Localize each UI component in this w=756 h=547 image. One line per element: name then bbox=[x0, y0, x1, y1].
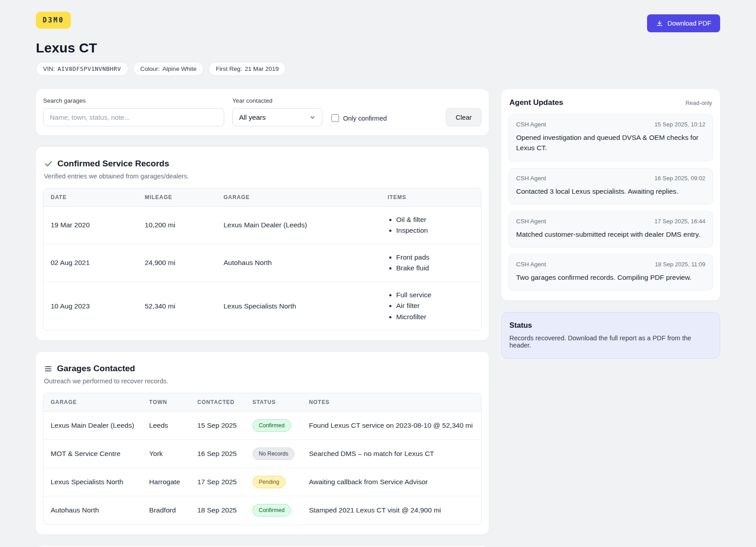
clear-button[interactable]: Clear bbox=[446, 108, 482, 126]
record-item: Brake fluid bbox=[396, 263, 474, 274]
update-author: CSH Agent bbox=[516, 175, 546, 182]
page: D3M0 Download PDF Lexus CT VIN: AIV8DFSP… bbox=[0, 0, 756, 547]
table-row: 19 Mar 2020 10,200 mi Lexus Main Dealer … bbox=[43, 207, 481, 244]
readonly-label: Read-only bbox=[686, 100, 712, 106]
agent-updates-title: Agent Updates bbox=[509, 98, 563, 107]
check-icon bbox=[44, 159, 53, 168]
table-row: Autohaus North Bradford 18 Sep 2025 Conf… bbox=[43, 496, 481, 524]
garage-contacted: 15 Sep 2025 bbox=[190, 412, 245, 440]
first-reg-chip: First Reg: 21 Mar 2019 bbox=[209, 62, 286, 76]
record-items: Front pads Brake fluid bbox=[381, 244, 482, 282]
garages-contacted-table: GARAGE TOWN CONTACTED STATUS NOTES Lexus… bbox=[43, 393, 482, 525]
search-label: Search garages bbox=[43, 97, 224, 104]
only-confirmed-label: Only confirmed bbox=[343, 115, 387, 122]
col-garage: GARAGE bbox=[217, 188, 381, 207]
list-item: CSH Agent 15 Sep 2025, 10:12 Opened inve… bbox=[508, 114, 713, 161]
year-field: Year contacted All years bbox=[232, 97, 322, 126]
record-item: Inspection bbox=[396, 225, 474, 236]
first-reg-value: 21 Mar 2019 bbox=[245, 65, 279, 72]
download-icon bbox=[656, 20, 663, 27]
record-mileage: 10,200 mi bbox=[138, 207, 217, 244]
vin-value: AIV8DFSPV1NVNBHRV bbox=[57, 65, 121, 72]
record-mileage: 52,340 mi bbox=[138, 282, 217, 330]
year-select[interactable]: All years bbox=[232, 108, 322, 126]
record-date: 10 Aug 2023 bbox=[43, 282, 138, 330]
status-badge: Confirmed bbox=[252, 504, 291, 517]
only-confirmed-checkbox[interactable] bbox=[331, 114, 339, 122]
confirmed-records-subtitle: Verified entries we obtained from garage… bbox=[44, 173, 481, 180]
record-garage: Lexus Specialists North bbox=[217, 282, 381, 330]
garage-name: Autohaus North bbox=[43, 496, 142, 524]
table-header-row: GARAGE TOWN CONTACTED STATUS NOTES bbox=[43, 393, 481, 412]
record-items: Full service Air filter Microfilter bbox=[381, 282, 482, 330]
table-header-row: DATE MILEAGE GARAGE ITEMS bbox=[43, 188, 481, 207]
garage-town: York bbox=[142, 440, 190, 468]
update-text: Two garages confirmed records. Compiling… bbox=[516, 272, 705, 282]
year-label: Year contacted bbox=[232, 97, 322, 104]
garage-notes: Found Lexus CT service on 2023-08-10 @ 5… bbox=[302, 412, 481, 440]
record-item: Front pads bbox=[396, 252, 474, 263]
update-author: CSH Agent bbox=[516, 218, 546, 225]
table-row: Lexus Main Dealer (Leeds) Leeds 15 Sep 2… bbox=[43, 412, 481, 440]
vin-chip: VIN: AIV8DFSPV1NVNBHRV bbox=[36, 62, 128, 76]
record-garage: Autohaus North bbox=[217, 244, 381, 282]
table-row: Lexus Specialists North Harrogate 17 Sep… bbox=[43, 468, 481, 496]
garages-contacted-subtitle: Outreach we performed to recover records… bbox=[44, 378, 481, 385]
record-item: Oil & filter bbox=[396, 214, 474, 225]
garage-notes: Awaiting callback from Service Advisor bbox=[302, 468, 481, 496]
record-item: Air filter bbox=[396, 300, 474, 311]
vin-label: VIN: bbox=[43, 65, 55, 72]
garage-name: MOT & Service Centre bbox=[43, 440, 142, 468]
col-items: ITEMS bbox=[381, 188, 482, 207]
search-field: Search garages bbox=[43, 97, 224, 126]
status-panel-title: Status bbox=[509, 321, 712, 330]
colour-label: Colour: bbox=[140, 65, 160, 72]
filter-bar: Search garages Year contacted All years … bbox=[36, 89, 489, 135]
colour-chip: Colour: Alpine White bbox=[133, 62, 204, 76]
garage-notes: Searched DMS – no match for Lexus CT bbox=[302, 440, 481, 468]
garage-name: Lexus Main Dealer (Leeds) bbox=[43, 412, 142, 440]
record-mileage: 24,900 mi bbox=[138, 244, 217, 282]
status-badge: No Records bbox=[252, 447, 295, 460]
garage-contacted: 17 Sep 2025 bbox=[190, 468, 245, 496]
search-input[interactable] bbox=[43, 108, 224, 126]
download-pdf-button[interactable]: Download PDF bbox=[647, 14, 720, 32]
record-item: Full service bbox=[396, 290, 474, 300]
update-text: Opened investigation and queued DVSA & O… bbox=[516, 132, 705, 153]
record-items: Oil & filter Inspection bbox=[381, 207, 482, 244]
status-panel: Status Records recovered. Download the f… bbox=[501, 312, 720, 359]
record-date: 19 Mar 2020 bbox=[43, 207, 138, 244]
table-row: 10 Aug 2023 52,340 mi Lexus Specialists … bbox=[43, 282, 481, 330]
colour-value: Alpine White bbox=[162, 65, 196, 72]
status-badge: Confirmed bbox=[252, 419, 291, 432]
update-author: CSH Agent bbox=[516, 261, 546, 268]
update-timestamp: 15 Sep 2025, 10:12 bbox=[655, 121, 706, 128]
col-status: STATUS bbox=[245, 393, 302, 412]
agent-updates-card: Agent Updates Read-only CSH Agent 15 Sep… bbox=[501, 89, 720, 300]
garages-contacted-card: Garages Contacted Outreach we performed … bbox=[36, 352, 489, 534]
page-header: D3M0 Download PDF bbox=[36, 12, 720, 32]
confirmed-records-title: Confirmed Service Records bbox=[57, 159, 169, 169]
menu-lines-icon bbox=[44, 365, 52, 373]
download-pdf-label: Download PDF bbox=[667, 20, 711, 27]
col-town: TOWN bbox=[142, 393, 190, 412]
update-timestamp: 18 Sep 2025, 11:09 bbox=[655, 261, 705, 268]
col-mileage: MILEAGE bbox=[138, 188, 217, 207]
status-badge: Pending bbox=[252, 476, 286, 488]
confirmed-records-card: Confirmed Service Records Verified entri… bbox=[36, 147, 489, 340]
col-date: DATE bbox=[43, 188, 138, 207]
only-confirmed-field: Only confirmed bbox=[331, 114, 387, 126]
garage-town: Bradford bbox=[142, 496, 190, 524]
garage-name: Lexus Specialists North bbox=[43, 468, 142, 496]
garage-contacted: 16 Sep 2025 bbox=[190, 440, 245, 468]
record-garage: Lexus Main Dealer (Leeds) bbox=[217, 207, 381, 244]
col-notes: NOTES bbox=[302, 393, 481, 412]
update-text: Contacted 3 local Lexus specialists. Awa… bbox=[516, 186, 705, 196]
garage-town: Leeds bbox=[142, 412, 190, 440]
list-item: CSH Agent 17 Sep 2025, 16:44 Matched cus… bbox=[508, 211, 713, 247]
list-item: CSH Agent 18 Sep 2025, 11:09 Two garages… bbox=[508, 254, 713, 291]
garage-contacted: 18 Sep 2025 bbox=[190, 496, 245, 524]
confirmed-records-table: DATE MILEAGE GARAGE ITEMS 19 Mar 2020 10… bbox=[43, 188, 482, 330]
update-timestamp: 17 Sep 2025, 16:44 bbox=[655, 218, 706, 225]
year-select-value: All years bbox=[239, 113, 265, 122]
